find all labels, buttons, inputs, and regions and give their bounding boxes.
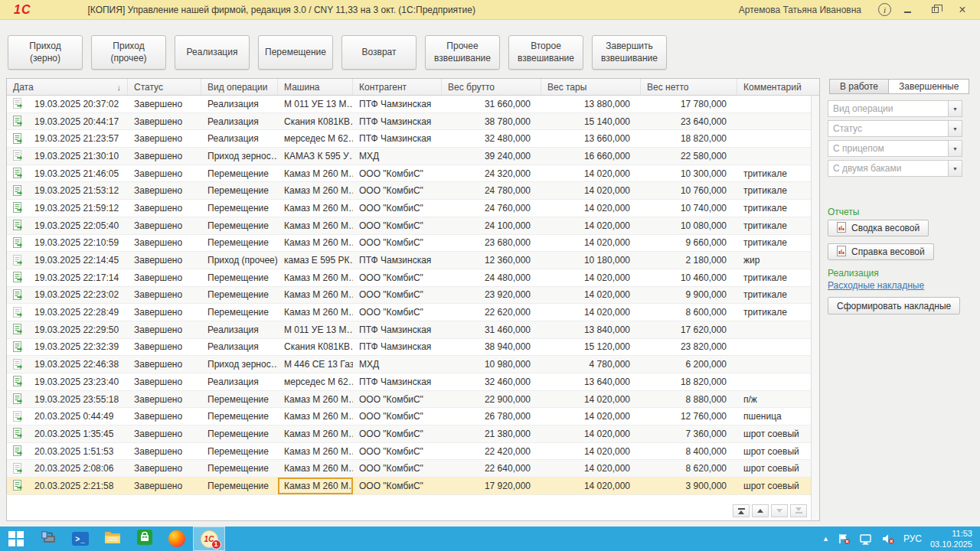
cell-status[interactable]: Завершено bbox=[128, 443, 201, 460]
cell-machine[interactable]: мерседес М 62… bbox=[278, 373, 353, 390]
cell-counterparty[interactable]: ПТФ Чамзинская bbox=[353, 96, 442, 112]
1c-enterprise-taskbar-button[interactable]: 1С1 bbox=[193, 527, 225, 551]
cell-counterparty[interactable]: ООО "КомбиС" bbox=[353, 408, 442, 425]
cell-date[interactable]: 20.03.2025 2:08:06 bbox=[28, 460, 128, 477]
cell-comment[interactable]: тритикале bbox=[737, 235, 812, 252]
cell-tare-weight[interactable]: 14 020,000 bbox=[541, 443, 641, 460]
cell-machine[interactable]: Камаз М 260 М… bbox=[278, 304, 353, 321]
cell-gross-weight[interactable]: 24 760,000 bbox=[442, 200, 541, 217]
cell-machine[interactable]: Камаз М 260 М… bbox=[278, 408, 353, 425]
cell-date[interactable]: 19.03.2025 22:23:02 bbox=[28, 287, 128, 304]
cell-net-weight[interactable]: 10 460,000 bbox=[641, 269, 737, 286]
cell-status[interactable]: Завершено bbox=[128, 321, 201, 338]
cell-counterparty[interactable]: ПТФ Чамзинская bbox=[353, 130, 442, 147]
cell-operation[interactable]: Реализация bbox=[201, 321, 278, 338]
server-manager-taskbar-button[interactable] bbox=[32, 527, 64, 551]
table-row[interactable]: 19.03.2025 22:14:45ЗавершеноПриход (проч… bbox=[7, 252, 812, 269]
cell-machine[interactable]: камаз Е 595 РК… bbox=[278, 252, 353, 269]
cell-net-weight[interactable]: 7 360,000 bbox=[641, 425, 737, 442]
peremeshchenie-button[interactable]: Перемещение bbox=[258, 35, 333, 70]
close-button[interactable] bbox=[951, 2, 974, 18]
cell-machine[interactable]: Камаз М 260 М… bbox=[278, 182, 353, 199]
cell-gross-weight[interactable]: 23 920,000 bbox=[442, 287, 541, 304]
cell-date[interactable]: 19.03.2025 22:28:49 bbox=[28, 304, 128, 321]
cell-tare-weight[interactable]: 14 020,000 bbox=[541, 425, 641, 442]
tray-expand-icon[interactable] bbox=[822, 535, 829, 543]
cell-tare-weight[interactable]: 14 020,000 bbox=[541, 460, 641, 477]
cell-gross-weight[interactable]: 17 920,000 bbox=[442, 478, 541, 494]
table-row[interactable]: 19.03.2025 22:46:38ЗавершеноПриход зерно… bbox=[7, 356, 812, 373]
cell-date[interactable]: 19.03.2025 23:23:40 bbox=[28, 373, 128, 390]
cell-date[interactable]: 19.03.2025 21:46:05 bbox=[28, 165, 128, 182]
cell-machine[interactable]: Скания К081КВ… bbox=[278, 113, 353, 130]
cell-date[interactable]: 19.03.2025 21:53:12 bbox=[28, 182, 128, 199]
cell-operation[interactable]: Перемещение bbox=[201, 478, 278, 494]
cell-gross-weight[interactable]: 24 320,000 bbox=[442, 165, 541, 182]
cell-counterparty[interactable]: ПТФ Чамзинская bbox=[353, 252, 442, 269]
cell-comment[interactable]: шрот соевый bbox=[737, 460, 812, 477]
table-row[interactable]: 20.03.2025 0:44:49ЗавершеноПеремещениеКа… bbox=[7, 408, 812, 425]
cell-date[interactable]: 20.03.2025 2:21:58 bbox=[28, 478, 128, 494]
column-header-machine[interactable]: Машина bbox=[278, 79, 353, 95]
file-explorer-taskbar-button[interactable] bbox=[96, 527, 129, 551]
cell-tare-weight[interactable]: 15 140,000 bbox=[541, 113, 641, 130]
cell-status[interactable]: Завершено bbox=[128, 96, 201, 112]
cell-counterparty[interactable]: ООО "КомбиС" bbox=[353, 165, 442, 182]
cell-machine[interactable]: Камаз М 260 М… bbox=[278, 478, 353, 494]
cell-net-weight[interactable]: 23 820,000 bbox=[641, 339, 737, 356]
column-header-date[interactable]: Дата↓ bbox=[7, 79, 128, 95]
cell-date[interactable]: 19.03.2025 22:05:40 bbox=[28, 217, 128, 234]
cell-counterparty[interactable]: МХД bbox=[353, 148, 442, 165]
cell-comment[interactable]: тритикале bbox=[737, 182, 812, 199]
cell-gross-weight[interactable]: 32 480,000 bbox=[442, 130, 541, 147]
cell-machine[interactable]: КАМАЗ К 595 У… bbox=[278, 148, 353, 165]
prihod-zerno-button[interactable]: Приход (зерно) bbox=[8, 35, 83, 70]
cell-operation[interactable]: Приход зернос… bbox=[201, 148, 278, 165]
cell-machine[interactable]: Камаз М 260 М… bbox=[278, 460, 353, 477]
scroll-up-button[interactable] bbox=[752, 504, 769, 517]
table-row[interactable]: 20.03.2025 2:08:06ЗавершеноПеремещениеКа… bbox=[7, 460, 812, 478]
cell-gross-weight[interactable]: 22 420,000 bbox=[442, 443, 541, 460]
cell-comment[interactable] bbox=[737, 356, 812, 373]
cell-net-weight[interactable]: 18 820,000 bbox=[641, 130, 737, 147]
table-row[interactable]: 19.03.2025 20:37:02ЗавершеноРеализацияМ … bbox=[7, 96, 812, 113]
cell-status[interactable]: Завершено bbox=[128, 269, 201, 286]
cell-date[interactable]: 19.03.2025 21:30:10 bbox=[28, 148, 128, 165]
table-row[interactable]: 19.03.2025 22:05:40ЗавершеноПеремещениеК… bbox=[7, 217, 812, 235]
cell-machine[interactable]: Камаз М 260 М… bbox=[278, 165, 353, 182]
cell-operation[interactable]: Перемещение bbox=[201, 217, 278, 234]
s-dvumya-bakami-input[interactable]: С двумя баками bbox=[828, 160, 949, 177]
cell-date[interactable]: 19.03.2025 21:59:12 bbox=[28, 200, 128, 217]
cell-date[interactable]: 19.03.2025 22:29:50 bbox=[28, 321, 128, 338]
cell-machine[interactable]: Камаз М 260 М… bbox=[278, 217, 353, 234]
cell-date[interactable]: 19.03.2025 22:10:59 bbox=[28, 235, 128, 252]
cell-tare-weight[interactable]: 14 020,000 bbox=[541, 391, 641, 408]
cell-operation[interactable]: Перемещение bbox=[201, 235, 278, 252]
generate-invoices-button[interactable]: Сформировать накладные bbox=[828, 297, 960, 315]
spravka-vesovoy-button[interactable]: Справка весовой bbox=[828, 243, 934, 260]
cell-status[interactable]: Завершено bbox=[128, 478, 201, 494]
firefox-taskbar-button[interactable] bbox=[161, 527, 193, 551]
cell-counterparty[interactable]: ООО "КомбиС" bbox=[353, 391, 442, 408]
cell-date[interactable]: 20.03.2025 0:44:49 bbox=[28, 408, 128, 425]
cell-comment[interactable]: тритикале bbox=[737, 217, 812, 234]
cell-machine[interactable]: Скания К081КВ… bbox=[278, 339, 353, 356]
table-row[interactable]: 19.03.2025 22:17:14ЗавершеноПеремещениеК… bbox=[7, 269, 812, 287]
table-row[interactable]: 19.03.2025 21:23:57ЗавершеноРеализацияме… bbox=[7, 130, 812, 148]
cell-net-weight[interactable]: 18 820,000 bbox=[641, 373, 737, 390]
cell-date[interactable]: 19.03.2025 20:44:17 bbox=[28, 113, 128, 130]
cell-comment[interactable]: тритикале bbox=[737, 269, 812, 286]
cell-gross-weight[interactable]: 22 900,000 bbox=[442, 391, 541, 408]
cell-net-weight[interactable]: 17 620,000 bbox=[641, 321, 737, 338]
cell-status[interactable]: Завершено bbox=[128, 287, 201, 304]
zavershit-vzveshivanie-button[interactable]: Завершить взвешивание bbox=[592, 35, 667, 70]
cell-gross-weight[interactable]: 12 360,000 bbox=[442, 252, 541, 269]
cell-net-weight[interactable]: 10 300,000 bbox=[641, 165, 737, 182]
cell-net-weight[interactable]: 9 900,000 bbox=[641, 287, 737, 304]
cell-tare-weight[interactable]: 14 020,000 bbox=[541, 269, 641, 286]
cell-machine[interactable]: Камаз М 260 М… bbox=[278, 425, 353, 442]
cell-tare-weight[interactable]: 10 180,000 bbox=[541, 252, 641, 269]
clock[interactable]: 11:53 03.10.2025 bbox=[930, 528, 972, 550]
cell-operation[interactable]: Перемещение bbox=[201, 165, 278, 182]
cell-machine[interactable]: М 011 УЕ 13 М… bbox=[278, 321, 353, 338]
